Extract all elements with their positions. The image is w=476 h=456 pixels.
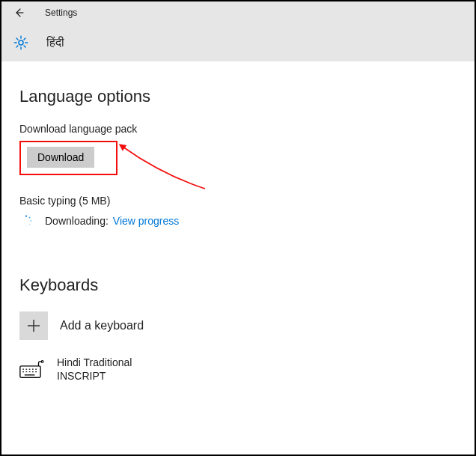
view-progress-link[interactable]: View progress xyxy=(113,215,179,227)
titlebar: Settings xyxy=(1,1,475,24)
keyboard-item[interactable]: Hindi Traditional INSCRIPT xyxy=(19,356,475,383)
download-language-pack-label: Download language pack xyxy=(19,123,475,135)
svg-point-21 xyxy=(41,360,43,362)
spinner-icon xyxy=(19,214,33,228)
svg-point-5 xyxy=(29,224,31,225)
add-keyboard-label: Add a keyboard xyxy=(60,319,144,332)
section-language-options-title: Language options xyxy=(19,87,475,106)
add-keyboard-button[interactable]: Add a keyboard xyxy=(19,311,475,340)
keyboard-name: Hindi Traditional xyxy=(57,356,132,370)
downloading-row: Downloading: View progress xyxy=(19,214,475,228)
annotation-highlight: Download xyxy=(19,141,118,175)
download-button[interactable]: Download xyxy=(27,147,94,168)
svg-point-6 xyxy=(25,225,26,226)
back-arrow-icon xyxy=(13,7,25,19)
app-title: Settings xyxy=(45,7,77,18)
svg-point-4 xyxy=(30,220,31,222)
keyboard-layout: INSCRIPT xyxy=(57,370,132,383)
svg-point-2 xyxy=(25,216,27,217)
downloading-label: Downloading: xyxy=(45,215,109,227)
language-name: हिंदी xyxy=(46,36,64,49)
section-keyboards-title: Keyboards xyxy=(19,276,475,295)
svg-point-1 xyxy=(19,40,23,45)
gear-icon xyxy=(12,34,30,52)
basic-typing-label: Basic typing (5 MB) xyxy=(19,195,475,207)
keyboard-icon xyxy=(19,360,45,380)
svg-point-3 xyxy=(29,217,31,219)
plus-icon xyxy=(19,311,48,340)
header: हिंदी xyxy=(1,24,475,61)
back-button[interactable] xyxy=(12,5,27,20)
